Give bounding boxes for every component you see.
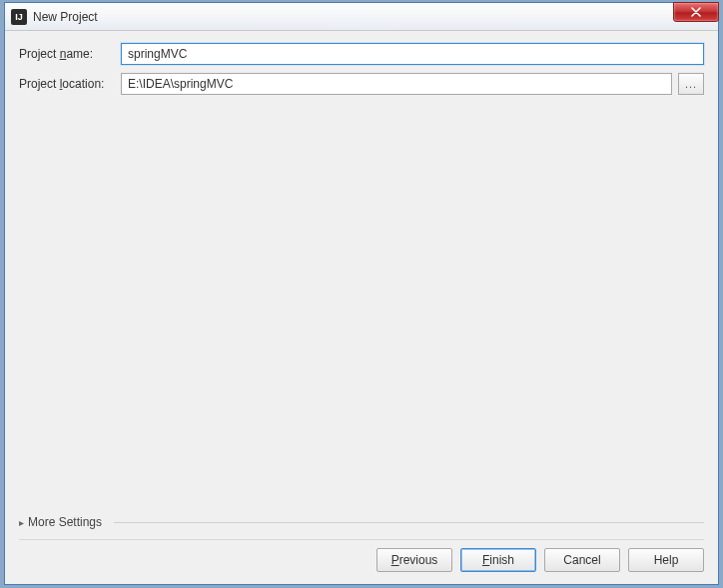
close-button[interactable] xyxy=(673,2,719,22)
app-icon: IJ xyxy=(11,9,27,25)
project-location-input[interactable] xyxy=(121,73,672,95)
project-name-row: Project name: xyxy=(19,43,704,65)
help-button[interactable]: Help xyxy=(628,548,704,572)
content-spacer xyxy=(19,103,704,515)
finish-button[interactable]: Finish xyxy=(460,548,536,572)
new-project-dialog: IJ New Project Project name: Project loc… xyxy=(4,2,719,585)
separator-line xyxy=(114,522,704,523)
dialog-content: Project name: Project location: ... ▸ Mo… xyxy=(5,31,718,584)
more-settings-toggle[interactable]: ▸ More Settings xyxy=(19,515,704,529)
project-name-label: Project name: xyxy=(19,47,115,61)
project-location-label: Project location: xyxy=(19,77,115,91)
previous-button[interactable]: Previous xyxy=(376,548,452,572)
button-bar: Previous Finish Cancel Help xyxy=(19,539,704,584)
cancel-button[interactable]: Cancel xyxy=(544,548,620,572)
browse-location-button[interactable]: ... xyxy=(678,73,704,95)
more-settings-label: More Settings xyxy=(28,515,102,529)
project-name-input[interactable] xyxy=(121,43,704,65)
titlebar[interactable]: IJ New Project xyxy=(5,3,718,31)
project-location-row: Project location: ... xyxy=(19,73,704,95)
close-icon xyxy=(691,7,701,17)
window-title: New Project xyxy=(33,10,98,24)
chevron-right-icon: ▸ xyxy=(19,517,24,528)
